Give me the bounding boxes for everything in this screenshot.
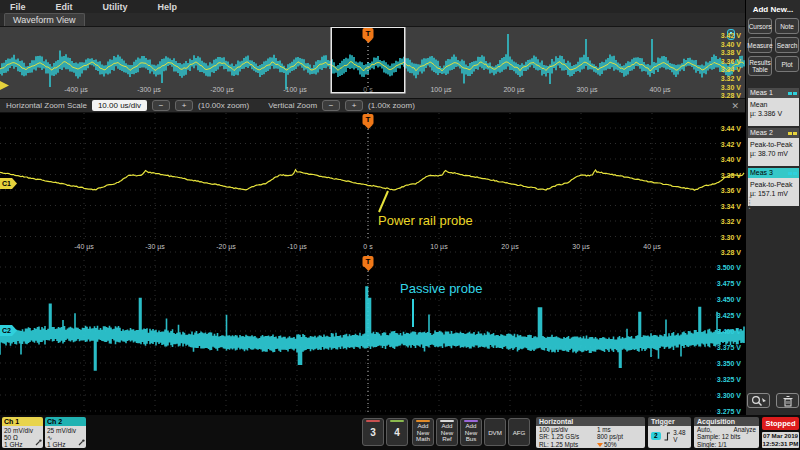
measurement-name: Peak-to-Peak [750, 140, 797, 149]
acquisition-sample: Sample: 12 bits [697, 433, 756, 440]
main-x-tick: -30 µs [145, 243, 165, 250]
overview-x-tick: 300 µs [576, 86, 597, 93]
sample-rate: SR: 1.25 GS/s [539, 433, 597, 440]
measurement-card[interactable]: Meas 2Peak-to-Peakµ: 38.70 mV [748, 128, 799, 166]
tab-waveform-view[interactable]: Waveform View [4, 13, 85, 26]
overview-y-tick: 3.38 V [721, 49, 741, 56]
measurement-body: Peak-to-Peakµ: 157.1 mV [748, 178, 799, 206]
status-button-add-new-math[interactable]: Add New Math [412, 418, 434, 446]
main-waveform-panel[interactable]: T C1 Power rail probe -40 µs-30 µs-20 µs… [0, 113, 745, 255]
add-new-buttons: CursorsNoteMeasureSearchResults TablePlo… [748, 18, 799, 76]
horizontal-panel-title: Horizontal [536, 417, 645, 426]
trigger-panel-title: Trigger [648, 417, 691, 426]
menu-item-file[interactable]: File [10, 2, 26, 12]
main-y-tick: 3.36 V [721, 187, 741, 194]
status-button-afg[interactable]: AFG [508, 418, 530, 446]
measurement-body: Peak-to-Peakµ: 38.70 mV [748, 138, 799, 166]
vertical-zoom-in-button[interactable]: + [345, 100, 363, 111]
sidebar-button-results-table[interactable]: Results Table [748, 56, 772, 76]
main-x-tick: 10 µs [430, 243, 447, 250]
horizontal-zoom-scale-value[interactable]: 10.00 us/div [92, 100, 147, 111]
horizontal-zoom-factor: (10.00x zoom) [198, 101, 249, 110]
measurement-value: µ: 157.1 mV [750, 189, 797, 198]
horizontal-panel[interactable]: Horizontal 100 µs/div 1 ms SR: 1.25 GS/s… [536, 417, 645, 448]
horizontal-scale: 100 µs/div [539, 426, 597, 433]
vertical-zoom-label: Vertical Zoom [268, 101, 317, 110]
sidebar-button-plot[interactable]: Plot [775, 56, 799, 72]
bottom-y-tick: 3.425 V [717, 312, 741, 319]
trash-button[interactable] [776, 393, 799, 408]
measurement-body: Meanµ: 3.386 V [748, 98, 799, 126]
status-button-add-new-ref[interactable]: Add New Ref [436, 418, 458, 446]
sidebar-button-note[interactable]: Note [775, 18, 799, 34]
zoom-tool-button[interactable] [747, 393, 770, 408]
menu-item-utility[interactable]: Utility [103, 2, 128, 12]
acquisition-mode: Auto, [697, 426, 712, 433]
bottom-waveform-panel[interactable]: T C2 Passive probe 3.500 V3.475 V3.450 V… [0, 255, 745, 415]
trigger-marker-bottom[interactable]: T [363, 256, 374, 267]
main-x-tick: -40 µs [74, 243, 94, 250]
main-x-tick: -10 µs [287, 243, 307, 250]
status-bar: Ch 120 mV/div50 Ω1 GHzCh 225 mV/div∿1 GH… [0, 415, 800, 450]
main-y-tick: 3.30 V [721, 233, 741, 240]
measurement-label: Meas 1 [750, 88, 773, 98]
overview-x-tick: 200 µs [503, 86, 524, 93]
measurement-value: µ: 3.386 V [750, 109, 797, 118]
measurement-label: Meas 3 [750, 168, 773, 178]
trigger-marker-overview[interactable]: T [363, 28, 374, 39]
overview-y-tick: 3.36 V [721, 57, 741, 64]
acquisition-panel-title: Acquisition [694, 417, 759, 426]
status-button-label: Add New Math [413, 423, 433, 443]
panel-splitter-handle[interactable]: ⋮⋮ [745, 198, 753, 208]
oscilloscope-app: FileEditUtilityHelp Waveform View T -400… [0, 0, 800, 450]
trigger-panel[interactable]: Trigger 2 3.48 V [648, 417, 691, 448]
plot-tools [746, 393, 800, 408]
main-x-tick: 20 µs [501, 243, 518, 250]
trigger-marker-main[interactable]: T [363, 114, 374, 125]
overview-y-tick: 3.42 V [721, 32, 741, 39]
status-button-3[interactable]: 3 [362, 418, 384, 446]
close-icon[interactable]: ✕ [731, 101, 739, 111]
measurement-card[interactable]: Meas 3Peak-to-Peakµ: 157.1 mV [748, 168, 799, 206]
channel-setting-row: 25 mV/div [47, 427, 84, 434]
rising-edge-icon [664, 432, 670, 441]
probe-icon [35, 439, 42, 447]
date-text: 07 Mar 2019 [762, 432, 799, 440]
channel-color-stripe [366, 420, 380, 422]
bottom-y-tick: 3.275 V [717, 408, 741, 415]
channel-color-stripe [390, 420, 404, 422]
status-button-4[interactable]: 4 [386, 418, 408, 446]
status-button-dvm[interactable]: DVM [484, 418, 506, 446]
measurement-header: Meas 2 [748, 128, 799, 138]
horizontal-zoom-out-button[interactable]: − [152, 100, 170, 111]
right-sidebar: Add New... CursorsNoteMeasureSearchResul… [745, 0, 800, 415]
sidebar-button-cursors[interactable]: Cursors [748, 18, 772, 34]
overview-panel[interactable]: T -400 µs-300 µs-200 µs-100 µs0 s100 µs2… [0, 27, 745, 98]
passive-probe-annotation: Passive probe [400, 281, 482, 296]
measurement-card[interactable]: Meas 1Meanµ: 3.386 V [748, 88, 799, 126]
menu-bar: FileEditUtilityHelp [0, 0, 745, 13]
main-x-tick: -20 µs [216, 243, 236, 250]
acquisition-panel[interactable]: Acquisition Auto, Analyze Sample: 12 bit… [694, 417, 759, 448]
measurement-name: Mean [750, 100, 797, 109]
sidebar-button-search[interactable]: Search [775, 37, 799, 53]
horizontal-zoom-scale-label: Horizontal Zoom Scale [6, 101, 87, 110]
position-marker-icon [597, 443, 603, 447]
vertical-zoom-out-button[interactable]: − [322, 100, 340, 111]
channel-badge-2[interactable]: Ch 225 mV/div∿1 GHz [45, 417, 86, 448]
channel-color-stripe [416, 420, 430, 422]
bottom-y-tick: 3.475 V [717, 280, 741, 287]
sample-resolution: 800 ps/pt [597, 433, 642, 440]
vertical-zoom-factor: (1.00x zoom) [368, 101, 415, 110]
measurement-label: Meas 2 [750, 128, 773, 138]
horizontal-zoom-in-button[interactable]: + [175, 100, 193, 111]
channel-badge-1[interactable]: Ch 120 mV/div50 Ω1 GHz [2, 417, 43, 448]
status-button-add-new-bus[interactable]: Add New Bus [460, 418, 482, 446]
sidebar-button-measure[interactable]: Measure [748, 37, 772, 53]
menu-item-help[interactable]: Help [158, 2, 178, 12]
run-stop-button[interactable]: Stopped [762, 417, 799, 430]
measurement-value: µ: 38.70 mV [750, 149, 797, 158]
overview-x-tick: 100 µs [430, 86, 451, 93]
time-text: 12:52:31 PM [762, 440, 799, 448]
menu-item-edit[interactable]: Edit [56, 2, 73, 12]
